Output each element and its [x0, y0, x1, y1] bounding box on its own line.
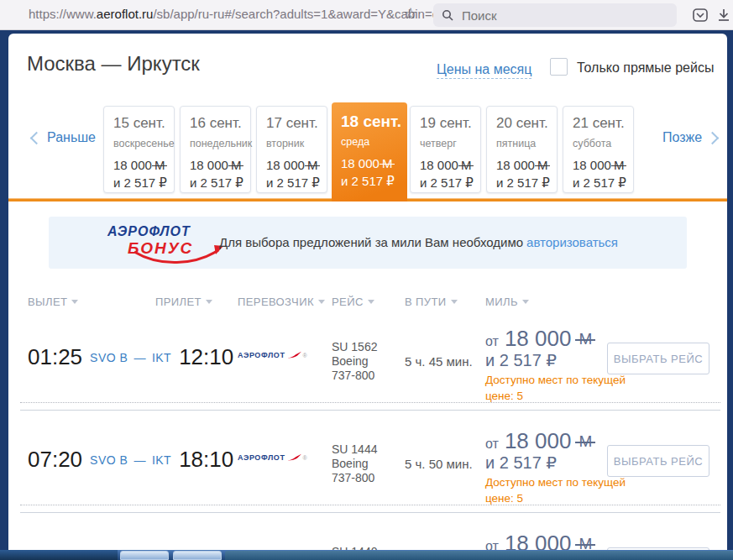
card-miles: 18 000М: [573, 156, 633, 174]
carrier-name: АЭРОФЛОТ: [238, 351, 285, 359]
registered-mark: ®: [303, 455, 307, 461]
browser-search-input[interactable]: [460, 8, 648, 24]
from-label: от: [485, 437, 499, 451]
flight-row: 01:25 SVO B—IKT 12:10 АЭРОФЛОТ ® SU 1562…: [8, 309, 727, 411]
card-miles-value: 18 000: [496, 158, 535, 172]
flight-number: SU 1562: [332, 340, 377, 354]
page-background: Москва — Иркутск Цены на месяц Только пр…: [0, 30, 733, 560]
select-flight-button[interactable]: ВЫБРАТЬ РЕЙС: [607, 343, 709, 374]
header-duration[interactable]: В ПУТИ: [405, 296, 458, 308]
miles-amount: 18 000: [505, 326, 572, 351]
date-card[interactable]: 20 сент. пятница 18 000М и 2 517 ₽: [486, 106, 558, 193]
earlier-dates-link[interactable]: Раньше: [32, 130, 96, 145]
taskbar-button[interactable]: [120, 551, 169, 560]
bonus-swoosh-icon: [131, 243, 228, 269]
carrier-logo: АЭРОФЛОТ ®: [238, 453, 307, 462]
search-results-panel: Москва — Иркутск Цены на месяц Только пр…: [8, 34, 727, 560]
destination-code: IKT: [152, 453, 171, 467]
departure-time: 07:20: [28, 447, 82, 473]
row-separator: [20, 402, 720, 403]
card-rub: и 2 517 ₽: [341, 172, 407, 190]
card-rub: и 2 517 ₽: [113, 174, 174, 191]
card-miles-value: 18 000: [573, 158, 611, 172]
header-arrive[interactable]: ПРИЛЕТ: [155, 296, 212, 308]
route-codes: SVO B—IKT: [90, 351, 171, 364]
sort-arrow-icon: [522, 300, 529, 304]
card-rub: и 2 517 ₽: [496, 174, 557, 191]
card-day: четверг: [420, 138, 480, 149]
select-flight-button[interactable]: ВЫБРАТЬ РЕЙС: [607, 445, 709, 477]
address-bar[interactable]: https://www.aeroflot.ru/sb/app/ru-ru#/se…: [29, 7, 439, 21]
miles-symbol: М: [579, 432, 592, 451]
month-prices-link[interactable]: Цены на месяц: [437, 62, 531, 79]
card-miles-value: 18 000: [266, 158, 305, 172]
bonus-message-text: Для выбора предложений за мили Вам необх…: [219, 235, 523, 249]
flight-times: 01:25 SVO B—IKT 12:10: [28, 344, 233, 370]
miles-symbol: М: [579, 330, 592, 348]
chevron-right-icon: [706, 131, 720, 144]
miles-price: от18 000М: [485, 326, 592, 352]
miles-symbol: М: [307, 156, 318, 174]
flight-info: SU 1444 Boeing 737-800: [332, 442, 377, 485]
flight-number: SU 1444: [332, 442, 377, 457]
card-day: воскресенье: [113, 138, 174, 149]
availability-note: Доступно мест по текущей цене: 5: [485, 474, 626, 506]
card-day: пятница: [496, 138, 557, 149]
chevron-left-icon: [30, 131, 44, 144]
os-taskbar: [0, 550, 733, 560]
card-miles: 18 000М: [266, 156, 327, 174]
availability-note: Доступно мест по текущей цене: 5: [485, 372, 626, 404]
taskbar-start-area[interactable]: [0, 550, 118, 560]
date-card[interactable]: 21 сент. суббота 18 000М и 2 517 ₽: [563, 106, 634, 193]
date-card-selected[interactable]: 18 сент. среда 18 000М и 2 517 ₽: [332, 102, 407, 201]
aeroflot-bonus-logo: АЭРОФЛОТ БОНУС: [107, 224, 233, 258]
card-miles-value: 18 000: [190, 158, 228, 172]
card-rub: и 2 517 ₽: [573, 174, 633, 191]
browser-toolbar: https://www.aeroflot.ru/sb/app/ru-ru#/se…: [0, 0, 733, 30]
header-label: РЕЙС: [332, 296, 364, 308]
sort-arrow-icon: [368, 300, 374, 304]
url-prefix: https://www.: [29, 7, 97, 21]
miles-price: от18 000М: [485, 428, 592, 454]
header-miles[interactable]: МИЛЬ: [485, 296, 529, 308]
rub-price: и 2 517 ₽: [485, 453, 557, 473]
card-miles: 18 000М: [341, 154, 407, 172]
arrival-time: 18:10: [179, 447, 233, 473]
miles-symbol: М: [231, 156, 242, 174]
bookmark-star-icon[interactable]: ☆: [404, 5, 417, 22]
flight-duration: 5 ч. 45 мин.: [405, 354, 473, 369]
card-date: 20 сент.: [496, 115, 557, 132]
search-icon: [442, 9, 453, 21]
taskbar-button[interactable]: [173, 551, 222, 560]
row-separator: [20, 505, 720, 505]
taskbar-active-window[interactable]: [225, 551, 733, 560]
sort-arrow-icon: [71, 300, 78, 304]
browser-search-box[interactable]: [433, 3, 677, 27]
header-flight[interactable]: РЕЙС: [332, 296, 374, 308]
earlier-label: Раньше: [47, 130, 96, 145]
date-card[interactable]: 17 сент. вторник 18 000М и 2 517 ₽: [256, 106, 327, 193]
header-carrier[interactable]: ПЕРЕВОЗЧИК: [238, 296, 325, 308]
aircraft-make: Boeing: [332, 354, 377, 369]
header-depart[interactable]: ВЫЛЕТ: [28, 296, 78, 308]
date-card[interactable]: 15 сент. воскресенье 18 000М и 2 517 ₽: [103, 106, 175, 193]
aeroflot-wing-icon: [287, 351, 301, 359]
carrier-name: АЭРОФЛОТ: [238, 453, 285, 462]
later-dates-link[interactable]: Позже: [662, 130, 717, 145]
aeroflot-wing-icon: [287, 453, 301, 462]
download-icon[interactable]: [715, 7, 732, 24]
row-separator: [20, 410, 720, 411]
direct-flights-label: Только прямые рейсы: [577, 60, 714, 76]
bonus-message: Для выбора предложений за мили Вам необх…: [219, 235, 618, 249]
date-card[interactable]: 19 сент. четверг 18 000М и 2 517 ₽: [410, 106, 481, 193]
card-date: 18 сент.: [341, 113, 407, 131]
card-rub: и 2 517 ₽: [190, 174, 250, 191]
direct-flights-checkbox[interactable]: [550, 58, 568, 76]
date-card[interactable]: 16 сент. понедельник 18 000М и 2 517 ₽: [180, 106, 251, 193]
flight-info: SU 1562 Boeing 737-800: [332, 340, 377, 383]
carrier-logo: АЭРОФЛОТ ®: [238, 351, 307, 359]
pocket-icon[interactable]: [692, 7, 709, 24]
login-link[interactable]: авторизоваться: [526, 235, 618, 249]
miles-symbol: М: [154, 156, 165, 174]
registered-mark: ®: [303, 353, 307, 359]
